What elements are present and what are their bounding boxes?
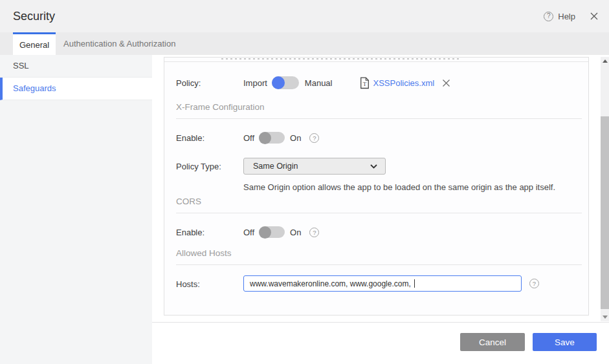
toggle-knob bbox=[272, 76, 285, 89]
divider bbox=[164, 61, 588, 62]
remove-file-icon[interactable] bbox=[442, 79, 450, 87]
hosts-label: Hosts: bbox=[176, 279, 243, 289]
scroll-up-arrow-icon[interactable] bbox=[601, 57, 609, 65]
hosts-input-value: www.wavemakeronline.com, www.google.com, bbox=[250, 279, 413, 288]
on-label: On bbox=[290, 228, 301, 237]
dialog-header: Security ? Help bbox=[0, 0, 609, 32]
safeguards-form-panel: Policy: Import Manual T XSSPolicies.xml bbox=[164, 57, 589, 316]
allowed-hosts-section-title: Allowed Hosts bbox=[176, 248, 232, 258]
help-link[interactable]: Help bbox=[558, 12, 575, 21]
header-actions: ? Help bbox=[544, 0, 599, 32]
close-icon[interactable] bbox=[590, 12, 599, 21]
cors-enable-help-icon[interactable]: ? bbox=[309, 228, 319, 237]
policy-type-label: Policy Type: bbox=[176, 162, 243, 171]
sidebar-item-safeguards[interactable]: Safeguards bbox=[0, 78, 152, 100]
off-label: Off bbox=[243, 228, 254, 237]
import-label: Import bbox=[243, 78, 267, 88]
sidebar-item-ssl[interactable]: SSL bbox=[0, 55, 152, 78]
clipped-text-remnant bbox=[221, 58, 460, 59]
xframe-enable-help-icon[interactable]: ? bbox=[309, 133, 319, 143]
vertical-scrollbar[interactable] bbox=[601, 57, 609, 321]
sidebar: SSL Safeguards bbox=[0, 55, 152, 364]
policy-type-hint: Same Origin option allows the app to be … bbox=[243, 182, 555, 192]
content-area: Policy: Import Manual T XSSPolicies.xml bbox=[152, 55, 609, 364]
scrollbar-thumb[interactable] bbox=[601, 116, 609, 309]
tab-authentication-authorization[interactable]: Authentication & Authorization bbox=[56, 32, 183, 55]
on-label: On bbox=[290, 133, 301, 143]
enable-label: Enable: bbox=[176, 133, 243, 143]
footer-divider bbox=[152, 322, 609, 323]
save-button[interactable]: Save bbox=[533, 333, 597, 351]
policy-label: Policy: bbox=[176, 78, 243, 88]
cors-enable-toggle[interactable] bbox=[259, 226, 285, 238]
help-icon[interactable]: ? bbox=[544, 12, 553, 21]
policy-type-select[interactable]: Same Origin bbox=[243, 158, 386, 175]
svg-text:T: T bbox=[363, 80, 367, 87]
off-label: Off bbox=[243, 133, 254, 143]
cors-section-title: CORS bbox=[176, 197, 201, 206]
file-name-link[interactable]: XSSPolicies.xml bbox=[373, 78, 434, 88]
uploaded-file: T XSSPolicies.xml bbox=[360, 77, 450, 89]
text-cursor bbox=[414, 279, 415, 288]
divider bbox=[176, 264, 582, 265]
policy-import-manual-toggle[interactable] bbox=[272, 76, 299, 89]
policy-type-value: Same Origin bbox=[253, 162, 370, 171]
page-title: Security bbox=[13, 0, 55, 32]
security-dialog: Security ? Help General Authentication &… bbox=[0, 0, 609, 364]
scroll-down-arrow-icon[interactable] bbox=[601, 313, 609, 321]
xml-file-icon: T bbox=[360, 77, 370, 89]
tab-general[interactable]: General bbox=[13, 32, 56, 55]
chevron-down-icon bbox=[370, 164, 377, 169]
divider bbox=[176, 118, 582, 119]
cancel-button[interactable]: Cancel bbox=[460, 333, 525, 351]
hosts-input[interactable]: www.wavemakeronline.com, www.google.com, bbox=[243, 275, 522, 292]
enable-label: Enable: bbox=[176, 228, 243, 237]
xframe-enable-toggle[interactable] bbox=[259, 132, 285, 144]
policy-row: Policy: Import Manual T XSSPolicies.xml bbox=[176, 75, 582, 91]
divider bbox=[176, 213, 582, 213]
hosts-help-icon[interactable]: ? bbox=[529, 279, 539, 288]
xframe-enable-row: Enable: Off On ? bbox=[176, 130, 582, 145]
tab-bar: General Authentication & Authorization bbox=[0, 32, 609, 55]
xframe-section-title: X-Frame Configuration bbox=[176, 102, 265, 112]
toggle-knob bbox=[259, 226, 271, 239]
toggle-knob bbox=[259, 132, 271, 144]
cors-enable-row: Enable: Off On ? bbox=[176, 224, 582, 240]
manual-label: Manual bbox=[305, 78, 333, 88]
